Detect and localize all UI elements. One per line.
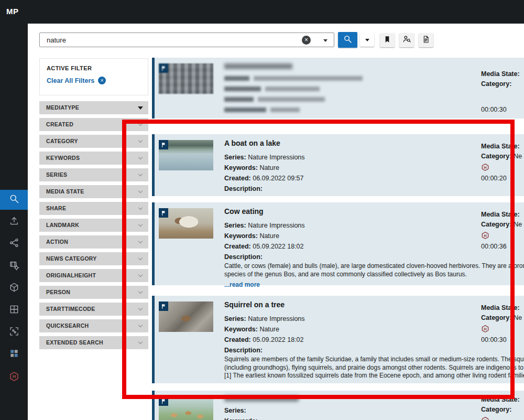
search-input[interactable] (40, 33, 334, 47)
media-state-label: Media State: (481, 395, 524, 405)
active-filter-card: ACTIVE FILTER Clear All Filters × (39, 58, 148, 95)
result-accent-bar (152, 58, 155, 119)
result-thumbnail[interactable] (159, 301, 213, 332)
created-value: 05.09.2022 18:02 (253, 243, 303, 250)
flag-icon (159, 63, 168, 73)
filter-group-extended-search[interactable]: EXTENDED SEARCH (39, 336, 148, 349)
top-bar (0, 0, 524, 24)
description-line: (including groundhogs), flying squirrels… (224, 364, 524, 372)
chevron-down-icon (138, 340, 143, 344)
created-label: Created: (224, 175, 251, 182)
chevron-down-icon (138, 138, 143, 143)
media-state-label: Media State: (481, 69, 524, 79)
category-label: Category: (481, 314, 511, 321)
user-search-button[interactable] (399, 33, 414, 47)
chevron-down-icon (138, 323, 143, 327)
filter-group-created[interactable]: CREATED (39, 118, 148, 131)
filter-group-label: ORIGINALHEIGHT (46, 272, 96, 278)
film-settings-icon (9, 260, 19, 273)
clear-all-filters-label: Clear All Filters (47, 77, 94, 84)
filter-group-label: EXTENDED SEARCH (46, 339, 103, 346)
filter-group-share[interactable]: SHARE (39, 202, 148, 215)
category-value: Ne (514, 153, 522, 160)
result-item-boat[interactable]: A boat on a lake Series: Nature Impressi… (152, 134, 524, 196)
series-label: Series: (224, 407, 246, 414)
media-state-label: Media State: (481, 142, 524, 152)
series-value: Nature Impressions (248, 154, 304, 161)
clear-filters-x-icon[interactable]: × (98, 77, 106, 84)
result-item-cow[interactable]: Cow eating Series: Nature Impressions Ke… (152, 202, 524, 285)
hexagon-h-icon: H (9, 371, 19, 382)
keywords-value: Nature (259, 326, 279, 333)
hexagon-h-icon: H (481, 325, 524, 333)
filter-group-mediatype[interactable]: MEDIATYPE (39, 101, 148, 114)
svg-text:H: H (12, 374, 16, 379)
filter-group-label: QUICKSEARCH (46, 322, 89, 329)
filter-group-media-state[interactable]: MEDIA STATE (39, 185, 148, 198)
clear-search-icon[interactable]: × (302, 36, 311, 45)
keywords-value: Nature (259, 232, 279, 240)
filter-group-label: MEDIATYPE (46, 104, 79, 111)
rail-media-settings-button[interactable] (0, 256, 28, 276)
rail-media-grid-button[interactable] (0, 300, 28, 320)
chevron-down-icon (365, 39, 369, 41)
duration: 00:00:36 (481, 242, 524, 252)
keywords-value: Nature (259, 164, 279, 171)
clear-all-filters-link[interactable]: Clear All Filters × (47, 77, 148, 84)
media-state-label: Media State: (481, 210, 524, 220)
result-thumbnail[interactable] (159, 63, 213, 94)
rail-search-button[interactable] (0, 190, 28, 210)
active-filter-title: ACTIVE FILTER (40, 59, 148, 71)
filter-group-label: NEWS CATEGORY (46, 255, 97, 262)
search-icon (9, 193, 19, 206)
rail-media-graph-button[interactable] (0, 234, 28, 254)
category-label: Category: (481, 153, 511, 160)
filter-group-category[interactable]: CATEGORY (39, 135, 148, 148)
result-item-redacted[interactable]: Media State: Category: 00:00:30 (152, 58, 524, 119)
result-thumbnail[interactable] (159, 208, 213, 239)
app-logo: MP (6, 7, 19, 16)
media-state-label: Media State: (481, 303, 524, 313)
search-suggestions-caret-icon[interactable] (323, 39, 328, 42)
filter-group-series[interactable]: SERIES (39, 168, 148, 181)
filter-group-originalheight[interactable]: ORIGINALHEIGHT (39, 269, 148, 282)
search-options-dropdown-button[interactable] (360, 34, 374, 47)
description-label: Description: (224, 185, 263, 192)
rail-upload-button[interactable] (0, 212, 28, 232)
rail-apps-button[interactable] (0, 344, 28, 364)
cube-icon (9, 282, 19, 295)
filter-group-quicksearch[interactable]: QUICKSEARCH (39, 319, 148, 332)
read-more-link[interactable]: ...read more (224, 281, 524, 288)
svg-text:H: H (484, 233, 486, 238)
filter-group-person[interactable]: PERSON (39, 286, 148, 299)
rail-cube-button[interactable] (0, 278, 28, 298)
description-line: Cattle, or cows (female) and bulls (male… (224, 262, 524, 271)
document-button[interactable] (419, 33, 433, 47)
result-item-partial[interactable]: Series: Keywords: Media State: Category:… (152, 391, 524, 420)
filter-group-keywords[interactable]: KEYWORDS (39, 152, 148, 165)
filter-group-label: PERSON (46, 289, 70, 295)
filter-group-landmark[interactable]: LANDMARK (39, 219, 148, 232)
filter-group-news-category[interactable]: NEWS CATEGORY (39, 252, 148, 265)
chevron-down-icon (138, 289, 143, 294)
result-title[interactable]: Squirrel on a tree (224, 300, 524, 309)
result-title[interactable]: Cow eating (224, 207, 524, 216)
upload-icon (9, 216, 19, 228)
filter-group-label: ACTION (46, 239, 68, 245)
result-thumbnail[interactable] (159, 140, 213, 170)
rail-qr-scan-button[interactable] (0, 322, 28, 342)
bookmark-button[interactable] (380, 33, 395, 47)
result-thumbnail[interactable] (159, 396, 213, 420)
result-title[interactable]: A boat on a lake (224, 138, 524, 148)
rail-hexagon-h-button[interactable]: H (0, 367, 28, 386)
search-button[interactable] (338, 32, 357, 48)
result-item-squirrel[interactable]: Squirrel on a tree Series: Nature Impres… (152, 296, 524, 383)
created-label: Created: (224, 243, 251, 250)
chevron-down-icon (138, 122, 143, 126)
filter-group-action[interactable]: ACTION (39, 235, 148, 249)
grid-icon (9, 304, 19, 317)
filter-group-label: CATEGORY (46, 138, 78, 144)
flag-icon (159, 301, 168, 311)
chevron-down-icon (138, 306, 143, 310)
filter-group-starttimecode[interactable]: STARTTIMECODE (39, 303, 148, 316)
